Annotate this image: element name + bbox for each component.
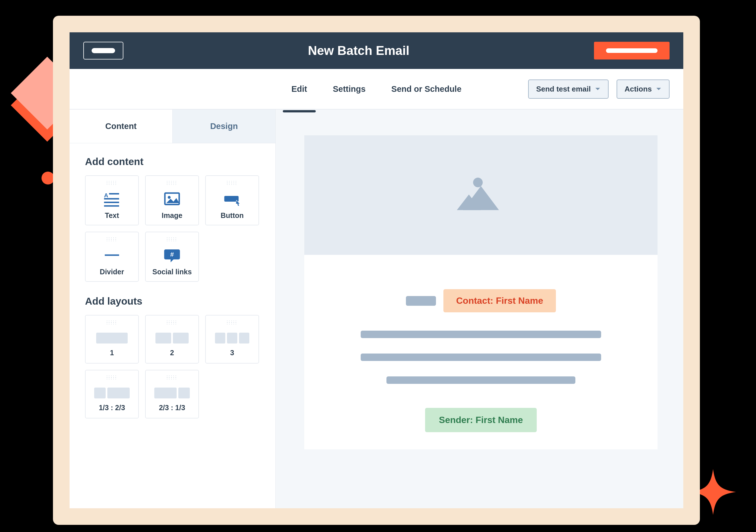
text-placeholder-line (361, 331, 601, 338)
layout-3-col[interactable]: :::::::::: 3 (205, 315, 259, 364)
add-layouts-heading: Add layouts (85, 295, 260, 307)
svg-text:A: A (104, 192, 108, 198)
layout-1-2-col[interactable]: :::::::::: 1/3 : 2/3 (85, 370, 139, 418)
decorative-circle (41, 172, 54, 185)
layout-preview (96, 333, 128, 343)
app-frame: New Batch Email Edit Settings Send or Sc… (53, 16, 700, 525)
primary-action-placeholder (606, 48, 658, 53)
block-image-label: Image (162, 211, 182, 220)
drag-handle-icon: :::::::::: (167, 181, 177, 185)
drag-handle-icon: :::::::::: (106, 321, 117, 324)
text-placeholder-line (387, 376, 575, 384)
layout-2-1-col[interactable]: :::::::::: 2/3 : 1/3 (145, 370, 199, 418)
layout-1-col[interactable]: :::::::::: 1 (85, 315, 139, 364)
sidebar-tab-design[interactable]: Design (172, 110, 275, 143)
layout-2-label: 2 (170, 349, 174, 357)
drag-handle-icon: :::::::::: (106, 375, 117, 379)
block-text[interactable]: :::::::::: A Text (85, 175, 139, 225)
back-button-placeholder (92, 48, 115, 53)
send-test-label: Send test email (536, 85, 591, 93)
app-window: New Batch Email Edit Settings Send or Sc… (69, 32, 683, 508)
sidebar: Content Design Add content :::::::::: A … (69, 110, 276, 508)
block-image[interactable]: :::::::::: Image (145, 175, 199, 225)
layout-preview (155, 333, 189, 343)
contact-token[interactable]: Contact: First Name (444, 289, 555, 312)
tab-edit[interactable]: Edit (291, 79, 307, 100)
layout-3-label: 3 (230, 349, 234, 357)
layout-grid: :::::::::: 1 :::::::::: (85, 315, 260, 418)
drag-handle-icon: :::::::::: (106, 181, 117, 185)
block-divider-label: Divider (100, 268, 124, 276)
svg-text:#: # (170, 251, 174, 258)
layout-1-2-label: 1/3 : 2/3 (99, 404, 125, 412)
page-title: New Batch Email (308, 43, 410, 58)
tab-send[interactable]: Send or Schedule (391, 79, 461, 100)
divider-icon (103, 246, 121, 264)
block-divider[interactable]: :::::::::: Divider (85, 232, 139, 282)
workspace: Content Design Add content :::::::::: A … (69, 110, 683, 508)
toolbar: Edit Settings Send or Schedule Send test… (69, 69, 683, 110)
layout-preview (94, 388, 130, 398)
chevron-down-icon (656, 86, 662, 92)
drag-handle-icon: :::::::::: (167, 375, 177, 379)
block-social-label: Social links (152, 268, 192, 276)
primary-action-button[interactable] (594, 42, 669, 60)
sender-token[interactable]: Sender: First Name (425, 408, 536, 432)
drag-handle-icon: :::::::::: (227, 181, 238, 185)
sidebar-tab-content[interactable]: Content (69, 110, 172, 143)
content-block-grid: :::::::::: A Text :::::::::: Image (85, 175, 260, 282)
text-placeholder (406, 296, 436, 306)
editor-step-tabs: Edit Settings Send or Schedule (291, 79, 461, 100)
svg-point-10 (473, 178, 483, 187)
actions-button[interactable]: Actions (617, 80, 669, 99)
drag-handle-icon: :::::::::: (227, 321, 238, 324)
text-placeholder-line (361, 354, 601, 361)
drag-handle-icon: :::::::::: (167, 238, 177, 241)
send-test-email-button[interactable]: Send test email (528, 80, 608, 99)
block-social[interactable]: :::::::::: # Social links (145, 232, 199, 282)
layout-2-1-label: 2/3 : 1/3 (159, 404, 185, 412)
layout-preview (215, 333, 249, 343)
button-icon (224, 190, 241, 207)
text-icon: A (103, 190, 121, 207)
block-button-label: Button (221, 211, 244, 220)
sidebar-tabs: Content Design (69, 110, 275, 143)
image-icon (163, 190, 181, 207)
layout-preview (154, 388, 190, 398)
email-preview: Contact: First Name Sender: First Name (304, 135, 658, 449)
layout-2-col[interactable]: :::::::::: 2 (145, 315, 199, 364)
titlebar: New Batch Email (69, 32, 683, 69)
hero-image-placeholder[interactable] (304, 135, 658, 255)
social-icon: # (163, 246, 181, 264)
chevron-down-icon (595, 86, 601, 92)
sidebar-body: Add content :::::::::: A Text :::::::::: (69, 143, 275, 431)
back-button[interactable] (83, 42, 123, 60)
email-canvas[interactable]: Contact: First Name Sender: First Name (276, 110, 683, 508)
block-text-label: Text (105, 211, 119, 220)
drag-handle-icon: :::::::::: (106, 238, 117, 241)
greeting-row: Contact: First Name (406, 289, 555, 312)
svg-point-6 (168, 196, 171, 199)
image-placeholder-icon (451, 174, 511, 216)
layout-1-label: 1 (110, 349, 114, 357)
actions-label: Actions (625, 85, 652, 93)
drag-handle-icon: :::::::::: (167, 321, 177, 324)
add-content-heading: Add content (85, 156, 260, 167)
tab-settings[interactable]: Settings (333, 79, 365, 100)
email-body: Contact: First Name Sender: First Name (304, 255, 658, 449)
block-button[interactable]: :::::::::: Button (205, 175, 259, 225)
